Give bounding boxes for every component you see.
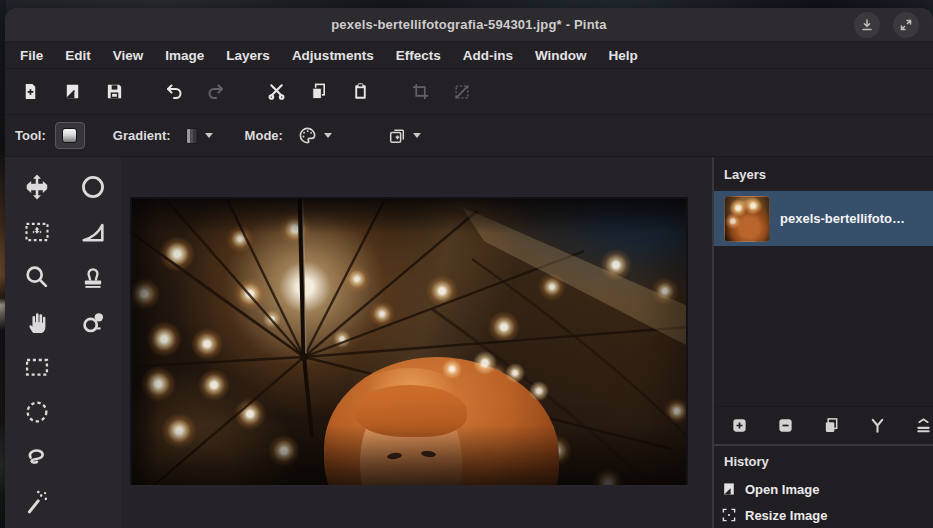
new-image-icon — [21, 82, 40, 101]
history-item-resize-image[interactable]: Resize Image — [714, 502, 933, 528]
download-arrow-icon — [860, 18, 874, 32]
add-layer-button[interactable] — [728, 415, 750, 437]
duplicate-layer-button[interactable] — [820, 415, 842, 437]
expand-diagonal-icon — [899, 18, 913, 32]
chevron-down-icon — [413, 133, 421, 138]
menu-layers[interactable]: Layers — [216, 45, 280, 66]
main-toolbar — [5, 69, 933, 115]
window-title: pexels-bertellifotografia-594301.jpg* - … — [331, 17, 607, 32]
history-item-open-image[interactable]: Open Image — [714, 476, 933, 502]
magnifier-icon — [23, 263, 51, 291]
paste-button[interactable] — [343, 77, 377, 107]
ellipse-icon — [79, 173, 107, 201]
clone-stamp-tool[interactable] — [73, 257, 113, 297]
menu-help[interactable]: Help — [599, 45, 648, 66]
save-button[interactable] — [97, 77, 131, 107]
main-content: Layers pexels-bertellifoto… — [5, 157, 933, 528]
chevron-down-icon — [205, 133, 213, 138]
undo-button[interactable] — [157, 77, 191, 107]
move-selected-tool[interactable] — [17, 167, 57, 207]
undo-icon — [164, 82, 184, 102]
layer-row[interactable]: pexels-bertellifoto… — [714, 191, 933, 246]
color-palette-icon — [298, 126, 317, 145]
deselect-button[interactable] — [445, 77, 479, 107]
paste-icon — [351, 82, 370, 101]
rectangle-select-icon — [23, 353, 51, 381]
right-panel: Layers pexels-bertellifoto… — [714, 157, 933, 528]
menu-image[interactable]: Image — [155, 45, 214, 66]
merge-layer-down-button[interactable] — [866, 415, 888, 437]
redo-button[interactable] — [199, 77, 233, 107]
layer-name: pexels-bertellifoto… — [780, 211, 905, 226]
add-layer-icon — [731, 417, 748, 434]
open-image-icon — [63, 82, 82, 101]
expand-window-button[interactable] — [893, 12, 919, 38]
crop-to-selection-button[interactable] — [403, 77, 437, 107]
recolor-icon — [79, 308, 107, 336]
layer-properties-button[interactable] — [912, 415, 933, 437]
menu-file[interactable]: File — [10, 45, 53, 66]
tool-palette — [5, 157, 121, 528]
redo-icon — [206, 82, 226, 102]
freeform-shape-tool[interactable] — [73, 212, 113, 252]
save-icon — [105, 82, 124, 101]
magic-wand-tool[interactable] — [17, 482, 57, 522]
new-image-button[interactable] — [13, 77, 47, 107]
cut-icon — [267, 82, 286, 101]
layer-thumbnail — [724, 196, 770, 242]
copy-icon — [309, 82, 328, 101]
lasso-select-tool[interactable] — [17, 437, 57, 477]
layer-list-empty-space — [714, 246, 933, 406]
delete-layer-icon — [777, 417, 794, 434]
canvas-area[interactable] — [121, 157, 712, 528]
menu-view[interactable]: View — [103, 45, 154, 66]
resize-image-icon — [720, 506, 738, 524]
lasso-icon — [23, 443, 51, 471]
gradient-type-dropdown[interactable] — [180, 125, 219, 147]
deselect-icon — [453, 83, 471, 101]
ellipse-select-icon — [23, 398, 51, 426]
crop-to-selection-icon — [411, 82, 430, 101]
ellipse-tool[interactable] — [73, 167, 113, 207]
freeform-shape-icon — [79, 218, 107, 246]
mode-label: Mode: — [245, 128, 283, 143]
cut-button[interactable] — [259, 77, 293, 107]
pan-tool[interactable] — [17, 302, 57, 342]
delete-layer-button[interactable] — [774, 415, 796, 437]
layers-panel-header: Layers — [714, 157, 933, 191]
menu-window[interactable]: Window — [525, 45, 597, 66]
history-item-label: Resize Image — [745, 508, 827, 523]
blend-mode-icon — [388, 127, 406, 145]
blend-mode-dropdown[interactable] — [382, 124, 427, 148]
gradient-tool-icon — [62, 128, 77, 143]
tool-options-bar: Tool: Gradient: Mode: — [5, 115, 933, 157]
active-tool-button[interactable] — [55, 122, 85, 149]
download-arrow-button[interactable] — [854, 12, 880, 38]
history-panel-header: History — [714, 446, 933, 476]
gradient-type-icon — [186, 128, 198, 144]
history-item-label: Open Image — [745, 482, 819, 497]
menu-adjustments[interactable]: Adjustments — [282, 45, 384, 66]
layer-properties-icon — [915, 417, 932, 434]
titlebar[interactable]: pexels-bertellifotografia-594301.jpg* - … — [5, 8, 933, 42]
zoom-tool[interactable] — [17, 257, 57, 297]
menu-edit[interactable]: Edit — [55, 45, 101, 66]
copy-button[interactable] — [301, 77, 335, 107]
open-image-icon — [720, 480, 738, 498]
move-selection-icon — [23, 218, 51, 246]
recolor-tool[interactable] — [73, 302, 113, 342]
color-mode-dropdown[interactable] — [292, 123, 338, 148]
ellipse-select-tool[interactable] — [17, 392, 57, 432]
merge-down-icon — [869, 417, 886, 434]
pinta-window: pexels-bertellifotografia-594301.jpg* - … — [5, 8, 933, 528]
menu-addins[interactable]: Add-ins — [453, 45, 523, 66]
duplicate-layer-icon — [823, 417, 840, 434]
open-image-button[interactable] — [55, 77, 89, 107]
rectangle-select-tool[interactable] — [17, 347, 57, 387]
menu-effects[interactable]: Effects — [386, 45, 451, 66]
canvas-image[interactable] — [130, 197, 688, 485]
tool-label: Tool: — [15, 128, 46, 143]
move-selection-tool[interactable] — [17, 212, 57, 252]
move-arrows-icon — [23, 173, 51, 201]
gradient-label: Gradient: — [113, 128, 171, 143]
